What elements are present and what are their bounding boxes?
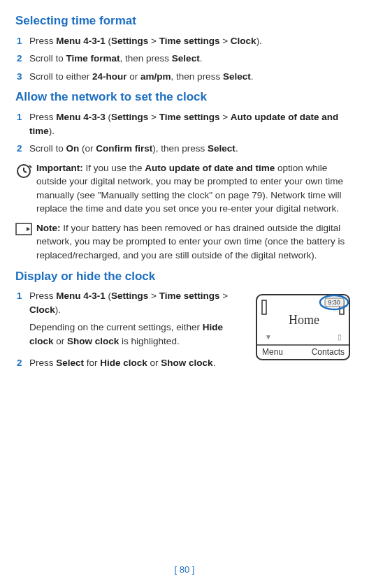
- heading-time-format: Selecting time format: [15, 13, 354, 30]
- important-block: Important: If you use the Auto update of…: [15, 161, 354, 216]
- svg-text:▼: ▼: [265, 333, 272, 341]
- step-text: Press Menu 4-3-3 (Settings > Time settin…: [29, 110, 354, 138]
- step-text: Press Menu 4-3-1 (Settings > Time settin…: [29, 34, 354, 48]
- phone-softkey-left: Menu: [262, 347, 283, 357]
- phone-screen-illustration: 9:30 Home ▼ ▯ Menu Contacts: [252, 291, 354, 364]
- step-item: 3 Scroll to either 24-hour or am/pm, the…: [15, 70, 354, 84]
- phone-title-label: Home: [289, 313, 319, 327]
- step-item: 2 Scroll to On (or Confirm first), then …: [15, 142, 354, 156]
- step-item: 1 Press Menu 4-3-1 (Settings > Time sett…: [15, 34, 354, 48]
- step-number: 2: [17, 142, 29, 156]
- step-number: 1: [17, 34, 29, 48]
- step-number: 3: [17, 70, 29, 84]
- page-number: [ 80 ]: [0, 564, 369, 577]
- step-item: 2 Scroll to Time format, then press Sele…: [15, 52, 354, 66]
- heading-network-clock: Allow the network to set the clock: [15, 89, 354, 106]
- svg-line-2: [24, 171, 27, 172]
- step-number: 1: [17, 289, 29, 352]
- phone-time-label: 9:30: [328, 299, 340, 306]
- svg-marker-4: [20, 227, 30, 231]
- note-text: Note: If your battery has been removed o…: [36, 221, 354, 263]
- step-item: 2 Press Select for Hide clock or Show cl…: [15, 356, 245, 370]
- heading-display-hide: Display or hide the clock: [15, 268, 354, 286]
- important-text: Important: If you use the Auto update of…: [36, 161, 354, 216]
- step-text: Scroll to On (or Confirm first), then pr…: [29, 142, 354, 156]
- step-item: 1 Press Menu 4-3-1 (Settings > Time sett…: [15, 289, 245, 352]
- svg-text:▯: ▯: [338, 333, 342, 341]
- step-number: 2: [17, 356, 29, 370]
- note-icon: [15, 221, 36, 263]
- step-text: Scroll to either 24-hour or am/pm, then …: [29, 70, 354, 84]
- note-block: Note: If your battery has been removed o…: [15, 221, 354, 263]
- step-item: 1 Press Menu 4-3-3 (Settings > Time sett…: [15, 110, 354, 138]
- step-number: 1: [17, 110, 29, 138]
- step-text: Press Select for Hide clock or Show cloc…: [29, 356, 245, 370]
- step-number: 2: [17, 52, 29, 66]
- step-text: Press Menu 4-3-1 (Settings > Time settin…: [29, 289, 245, 352]
- phone-softkey-right: Contacts: [312, 347, 345, 357]
- step-text: Scroll to Time format, then press Select…: [29, 52, 354, 66]
- important-icon: [15, 161, 36, 216]
